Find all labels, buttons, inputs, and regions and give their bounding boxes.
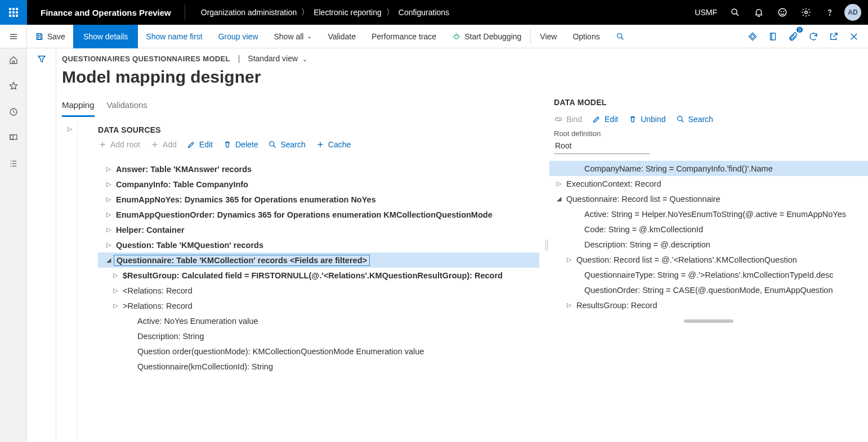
tree-row[interactable]: ▷ResultsGroup: Record: [549, 297, 868, 313]
view-menu[interactable]: View: [532, 25, 565, 48]
validate-button[interactable]: Validate: [320, 25, 364, 48]
tree-row[interactable]: Code: String = @.kmCollectionId: [549, 222, 868, 237]
tree-row[interactable]: Question order(questionMode): KMCollecti…: [98, 344, 539, 359]
tree-row[interactable]: ▷Question: Table 'KMQuestion' records: [98, 237, 539, 252]
tree-row[interactable]: Questionnaire(kmCollectionId): String: [98, 359, 539, 374]
attachment-icon[interactable]: 0: [785, 28, 802, 45]
data-sources-section: DATA SOURCES Add root Add Edit: [82, 122, 539, 442]
expand-toggle-icon[interactable]: ▷: [564, 256, 574, 263]
popout-icon[interactable]: [825, 28, 842, 45]
collapse-toggle-icon[interactable]: ◢: [554, 195, 564, 202]
expand-toggle-icon[interactable]: ▷: [110, 272, 120, 279]
tree-item-label: QuestionnaireType: String = @.'>Relation…: [582, 270, 836, 280]
workspace-icon[interactable]: [7, 132, 20, 144]
performance-trace-button[interactable]: Performance trace: [364, 25, 444, 48]
expand-toggle-icon[interactable]: ▷: [104, 165, 114, 173]
tree-row[interactable]: ◢Questionnaire: Table 'KMCollection' rec…: [98, 252, 539, 268]
dm-search-button[interactable]: Search: [676, 115, 713, 124]
breadcrumb-item[interactable]: Configurations: [399, 8, 449, 17]
expand-toggle-icon[interactable]: ▷: [564, 301, 574, 309]
unbind-button[interactable]: Unbind: [628, 115, 665, 124]
svg-point-18: [617, 33, 621, 38]
attachment-badge: 0: [797, 27, 803, 33]
tree-row[interactable]: ▷EnumAppNoYes: Dynamics 365 for Operatio…: [98, 192, 539, 207]
modules-icon[interactable]: [7, 157, 20, 170]
search-icon[interactable]: [724, 0, 746, 25]
tree-row[interactable]: Description: String = @.description: [549, 237, 868, 252]
svg-point-6: [830, 15, 830, 15]
clock-icon[interactable]: [7, 106, 20, 118]
start-debugging-button[interactable]: Start Debugging: [444, 25, 529, 48]
expand-types-toggle[interactable]: ▷: [68, 125, 72, 442]
svg-line-38: [274, 146, 276, 148]
bell-icon[interactable]: [748, 0, 770, 25]
expand-toggle-icon[interactable]: ▷: [104, 211, 114, 218]
root-definition-input[interactable]: Root: [554, 140, 650, 154]
nav-hamburger-button[interactable]: [0, 25, 27, 48]
tree-row[interactable]: QuestionnaireType: String = @.'>Relation…: [549, 267, 868, 282]
expand-toggle-icon[interactable]: ▷: [104, 241, 114, 249]
tree-row[interactable]: ▷>Relations: Record: [98, 298, 539, 313]
ds-search-button[interactable]: Search: [268, 140, 305, 149]
book-icon[interactable]: [764, 28, 781, 45]
save-button[interactable]: Save: [27, 25, 73, 48]
close-icon[interactable]: [845, 28, 862, 45]
breadcrumb-item[interactable]: Electronic reporting: [314, 8, 382, 17]
view-selector[interactable]: Standard view ⌄: [248, 54, 307, 63]
refresh-icon[interactable]: [805, 28, 822, 45]
cache-button[interactable]: Cache: [316, 140, 351, 149]
dm-edit-button[interactable]: Edit: [592, 115, 618, 124]
tree-row[interactable]: Active: NoYes Enumeration value: [98, 313, 539, 328]
gear-icon[interactable]: [795, 0, 817, 25]
svg-point-12: [455, 35, 459, 39]
expand-toggle-icon[interactable]: ▷: [110, 302, 120, 309]
collapse-toggle-icon[interactable]: ◢: [104, 256, 114, 264]
tree-row[interactable]: ▷CompanyInfo: Table CompanyInfo: [98, 177, 539, 192]
tree-row[interactable]: ▷<Relations: Record: [98, 283, 539, 298]
expand-toggle-icon[interactable]: ▷: [104, 226, 114, 233]
tree-row[interactable]: Description: String: [98, 328, 539, 344]
tree-row[interactable]: ▷Question: Record list = @.'<Relations'.…: [549, 252, 868, 267]
tree-row[interactable]: ▷Answer: Table 'KMAnswer' records: [98, 161, 539, 177]
help-icon[interactable]: [818, 0, 841, 25]
filter-icon[interactable]: [37, 54, 47, 442]
expand-toggle-icon[interactable]: ▷: [110, 287, 120, 294]
tree-row[interactable]: QuestionOrder: String = CASE(@.questionM…: [549, 282, 868, 297]
show-name-first-button[interactable]: Show name first: [138, 25, 210, 48]
add-button[interactable]: Add: [150, 140, 177, 149]
horizontal-scrollbar[interactable]: [684, 319, 733, 323]
tree-row[interactable]: Active: String = Helper.NoYesEnumToStrin…: [549, 206, 868, 222]
add-root-button[interactable]: Add root: [98, 140, 140, 149]
splitter[interactable]: [544, 48, 549, 442]
tree-item-label: QuestionOrder: String = CASE(@.questionM…: [582, 285, 835, 295]
tree-row[interactable]: CompanyName: String = CompanyInfo.'find(…: [549, 161, 868, 176]
diamond-icon[interactable]: [744, 28, 761, 45]
show-all-dropdown[interactable]: Show all ⌄: [266, 25, 320, 48]
app-launcher-button[interactable]: [0, 0, 27, 25]
tree-row[interactable]: ▷Helper: Container: [98, 222, 539, 237]
expand-toggle-icon[interactable]: ▷: [104, 196, 114, 203]
pipe-separator: |: [238, 54, 240, 63]
bind-button[interactable]: Bind: [554, 115, 582, 124]
tab-mapping[interactable]: Mapping: [62, 97, 95, 117]
tree-row[interactable]: ▷EnumAppQuestionOrder: Dynamics 365 for …: [98, 207, 539, 222]
company-label[interactable]: USMF: [689, 8, 723, 17]
avatar[interactable]: AD: [844, 4, 861, 21]
home-icon[interactable]: [7, 54, 20, 66]
tree-row[interactable]: ◢Questionnaire: Record list = Questionna…: [549, 191, 868, 206]
options-menu[interactable]: Options: [565, 25, 607, 48]
breadcrumb-item[interactable]: Organization administration: [201, 8, 297, 17]
tree-item-label: Questionnaire: Table 'KMCollection' reco…: [114, 255, 370, 266]
star-icon[interactable]: [7, 80, 20, 92]
expand-toggle-icon[interactable]: ▷: [104, 181, 114, 188]
delete-button[interactable]: Delete: [223, 140, 258, 149]
show-details-button[interactable]: Show details: [73, 25, 138, 48]
smiley-icon[interactable]: [771, 0, 794, 25]
tree-row[interactable]: ▷$ResultGroup: Calculated field = FIRSTO…: [98, 268, 539, 283]
tree-row[interactable]: ▷ExecutionContext: Record: [549, 176, 868, 191]
group-view-button[interactable]: Group view: [211, 25, 266, 48]
tab-validations[interactable]: Validations: [107, 97, 147, 117]
toolbar-search-button[interactable]: [608, 25, 633, 48]
expand-toggle-icon[interactable]: ▷: [554, 180, 564, 187]
edit-button[interactable]: Edit: [187, 140, 213, 149]
